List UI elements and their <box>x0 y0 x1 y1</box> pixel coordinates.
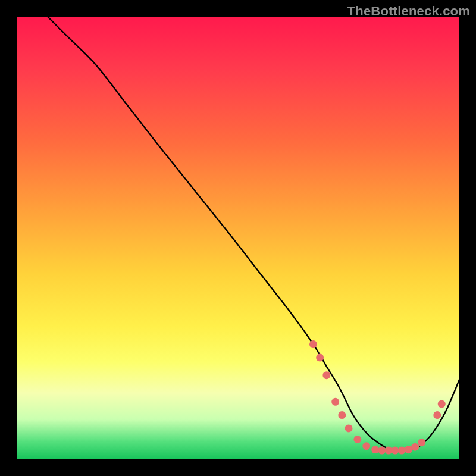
marker-dot <box>433 411 441 419</box>
marker-dot <box>392 447 399 455</box>
marker-dot <box>345 424 353 432</box>
marker-dot <box>438 400 446 408</box>
marker-dot <box>322 371 330 379</box>
marker-dot <box>371 446 379 453</box>
marker-dot <box>338 411 346 419</box>
marker-dot <box>362 442 370 450</box>
plot-area <box>17 17 459 459</box>
marker-dot <box>378 447 386 455</box>
marker-group <box>309 340 446 455</box>
marker-dot <box>405 446 412 453</box>
marker-dot <box>411 443 419 451</box>
marker-dot <box>384 447 392 455</box>
marker-dot <box>353 436 361 443</box>
chart-frame: TheBottleneck.com <box>0 0 476 476</box>
marker-dot <box>309 340 317 348</box>
marker-dot <box>418 439 425 446</box>
marker-dot <box>398 447 406 455</box>
marker-dot <box>331 398 339 406</box>
chart-svg <box>17 17 459 459</box>
curve-line <box>48 17 459 451</box>
marker-dot <box>316 353 324 361</box>
